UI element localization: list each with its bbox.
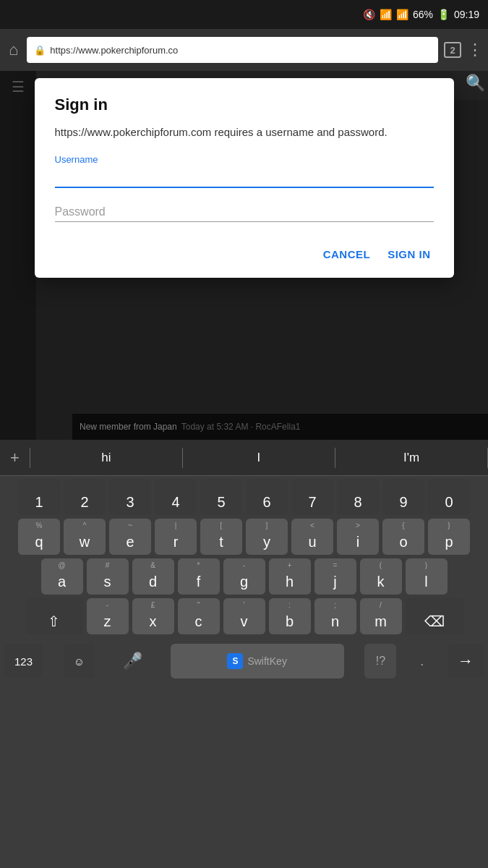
signin-button[interactable]: SIGN IN [385,242,433,266]
suggestion-1[interactable]: hi [30,451,182,465]
key-a[interactable]: @a [41,558,83,595]
shift-key[interactable]: ⇧ [25,598,83,634]
url-bar[interactable]: 🔒 https://www.pokerchipforum.co [27,37,438,63]
backspace-key[interactable]: ⌫ [406,598,463,634]
emoji-icon: ☺ [74,655,85,668]
battery-percent: 66% [413,9,433,20]
microphone-icon: 🎤 [123,652,142,671]
enter-icon: → [458,652,474,671]
keyboard: + hi I I'm 1 2 3 4 5 6 7 8 9 0 %q ^w ~e … [0,440,488,868]
key-u[interactable]: <u [291,519,333,555]
key-4[interactable]: 4 [155,479,197,515]
key-9[interactable]: 9 [382,479,424,515]
username-input[interactable] [55,168,434,188]
cancel-button[interactable]: CANCEL [320,242,374,266]
swiftkey-logo: S SwiftKey [227,653,286,669]
key-y[interactable]: ]y [246,519,288,555]
number-row: 1 2 3 4 5 6 7 8 9 0 [1,479,487,515]
clock: 09:19 [454,9,479,20]
key-6[interactable]: 6 [246,479,288,515]
key-e[interactable]: ~e [109,519,151,555]
url-text: https://www.pokerchipforum.co [50,45,431,56]
lock-icon: 🔒 [34,45,46,56]
suggestion-2[interactable]: I [183,451,335,465]
key-7[interactable]: 7 [291,479,333,515]
key-1[interactable]: 1 [18,479,60,515]
qwerty-row: %q ^w ~e |r [t ]y <u >i {o }p [1,519,487,555]
key-m[interactable]: /m [360,598,402,634]
key-3[interactable]: 3 [109,479,151,515]
key-2[interactable]: 2 [64,479,106,515]
home-button[interactable]: ⌂ [6,38,21,62]
tab-count: 2 [450,45,455,56]
signal-icon: 📶 [396,9,408,20]
username-label: Username [55,154,434,165]
swiftkey-label: SwiftKey [247,655,286,667]
status-bar: 🔇 📶 📶 66% 🔋 09:19 [0,0,488,29]
key-x[interactable]: £x [132,598,174,634]
suggestion-plus-icon[interactable]: + [0,448,30,467]
key-q[interactable]: %q [18,519,60,555]
status-icons: 🔇 📶 📶 66% 🔋 09:19 [363,9,479,20]
key-c[interactable]: "c [178,598,220,634]
keyboard-rows: 1 2 3 4 5 6 7 8 9 0 %q ^w ~e |r [t ]y <u… [0,476,488,641]
swiftkey-icon: S [227,653,243,669]
key-j[interactable]: =j [314,558,356,595]
period-key[interactable]: . [417,654,427,669]
keyboard-bottom-row: 123 ☺ 🎤 S SwiftKey !? . → [0,641,488,681]
keyboard-suggestions: + hi I I'm [0,440,488,476]
key-g[interactable]: -g [223,558,265,595]
tab-switcher-button[interactable]: 2 [444,42,461,58]
microphone-key[interactable]: 🎤 [116,644,150,678]
key-d[interactable]: &d [132,558,174,595]
numbers-switch-label: 123 [14,655,33,668]
browser-menu-button[interactable]: ⋮ [467,41,482,59]
emoji-key[interactable]: ☺ [64,644,95,678]
sign-in-dialog: Sign in https://www.pokerchipforum.com r… [35,78,454,278]
key-r[interactable]: |r [155,519,197,555]
key-w[interactable]: ^w [64,519,106,555]
key-k[interactable]: (k [360,558,402,595]
browser-content: ☰ TH New member from Japan Today at 5:32… [0,71,488,440]
battery-icon: 🔋 [437,9,450,20]
dialog-description: https://www.pokerchipforum.com requires … [55,124,434,140]
key-l[interactable]: )l [406,558,448,595]
dialog-title: Sign in [55,95,434,114]
space-key[interactable]: S SwiftKey [171,644,344,678]
key-s[interactable]: #s [87,558,129,595]
key-0[interactable]: 0 [428,479,470,515]
zxcv-row: ⇧ -z £x "c 'v :b ;n /m ⌫ [1,598,487,634]
numbers-switch-key[interactable]: 123 [4,644,43,678]
browser-chrome: ⌂ 🔒 https://www.pokerchipforum.co 2 ⋮ [0,29,488,71]
dialog-backdrop: Sign in https://www.pokerchipforum.com r… [0,71,488,440]
dialog-actions: CANCEL SIGN IN [55,242,434,266]
password-input[interactable] [55,203,434,222]
key-i[interactable]: >i [337,519,379,555]
key-h[interactable]: +h [269,558,311,595]
key-f[interactable]: *f [178,558,220,595]
key-p[interactable]: }p [428,519,470,555]
key-o[interactable]: {o [382,519,424,555]
key-5[interactable]: 5 [200,479,242,515]
key-t[interactable]: [t [200,519,242,555]
key-n[interactable]: ;n [314,598,356,634]
mute-icon: 🔇 [363,9,375,20]
key-v[interactable]: 'v [223,598,265,634]
key-z[interactable]: -z [87,598,129,634]
suggestion-3[interactable]: I'm [335,451,487,465]
exclamation-key[interactable]: !? [364,644,396,678]
key-8[interactable]: 8 [337,479,379,515]
key-b[interactable]: :b [269,598,311,634]
enter-key[interactable]: → [448,644,484,678]
wifi-icon: 📶 [380,9,392,20]
asdf-row: @a #s &d *f -g +h =j (k )l [1,558,487,595]
